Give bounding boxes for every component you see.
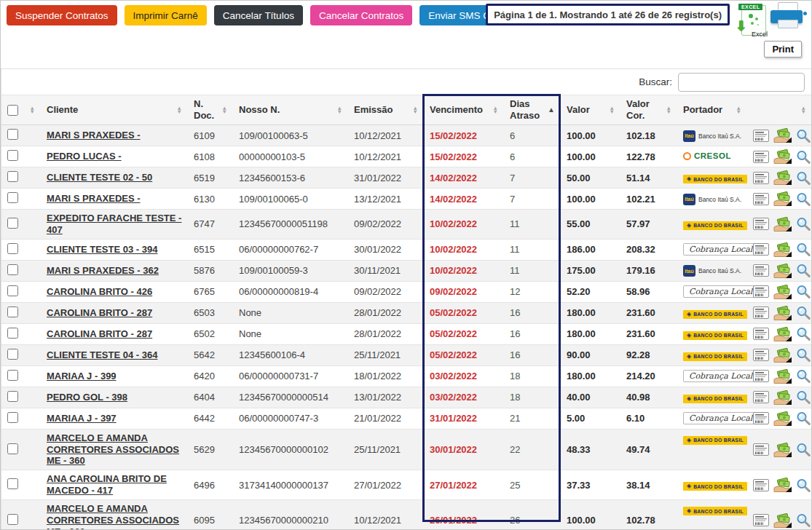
toolbar-button-suspender-contratos[interactable]: Suspender Contratos (7, 5, 117, 25)
sort-both-icon[interactable]: ▲▼ (801, 106, 806, 114)
sort-both-icon[interactable]: ▲▼ (413, 106, 418, 114)
magnifier-icon[interactable] (796, 306, 811, 320)
receive-payment-icon[interactable] (773, 327, 792, 341)
magnifier-icon[interactable] (796, 129, 811, 143)
column-header-ndoc[interactable]: N. Doc.▲▼ (188, 95, 233, 125)
boleto-icon[interactable] (753, 514, 769, 526)
select-all-checkbox[interactable] (7, 105, 18, 116)
row-checkbox[interactable] (7, 391, 18, 402)
receive-payment-icon[interactable] (773, 170, 792, 185)
cliente-link[interactable]: CAROLINA BRITO - 287 (47, 328, 152, 340)
boleto-icon[interactable] (753, 443, 769, 456)
magnifier-icon[interactable] (796, 443, 811, 456)
column-header-venc[interactable]: Vencimento▲▼ (424, 95, 504, 125)
column-header-valor[interactable]: Valor▲▼ (561, 95, 620, 125)
cliente-link[interactable]: MARI S PRAXEDES - (47, 193, 141, 205)
boleto-icon[interactable] (753, 243, 769, 256)
boleto-icon[interactable] (753, 130, 769, 142)
magnifier-icon[interactable] (796, 285, 811, 298)
cliente-link[interactable]: PEDRO GOL - 398 (47, 392, 127, 403)
sort-both-icon[interactable]: ▲▼ (222, 106, 227, 114)
boleto-icon[interactable] (753, 285, 769, 298)
magnifier-icon[interactable] (796, 348, 811, 362)
magnifier-icon[interactable] (796, 242, 811, 256)
cliente-link[interactable]: MARIAA J - 399 (47, 371, 117, 382)
sort-ascending-icon[interactable]: ▲ (548, 106, 555, 114)
receive-payment-icon[interactable] (773, 348, 792, 363)
magnifier-icon[interactable] (796, 390, 811, 404)
boleto-icon[interactable] (753, 193, 769, 205)
receive-payment-icon[interactable] (773, 443, 792, 457)
cliente-link[interactable]: MARCELO E AMANDA CORRETORES ASSOCIADOS M… (47, 503, 182, 530)
cliente-link[interactable]: MARIAA J - 397 (47, 413, 117, 424)
sort-both-icon[interactable]: ▲▼ (736, 106, 741, 114)
row-checkbox[interactable] (7, 192, 18, 203)
row-checkbox[interactable] (7, 129, 18, 140)
magnifier-icon[interactable] (796, 411, 811, 425)
boleto-icon[interactable] (753, 391, 769, 403)
boleto-icon[interactable] (753, 151, 769, 163)
boleto-icon[interactable] (753, 412, 769, 424)
magnifier-icon[interactable] (796, 513, 811, 527)
print-button[interactable]: Print (764, 41, 802, 58)
sort-both-icon[interactable]: ▲▼ (337, 106, 342, 114)
boleto-icon[interactable] (753, 264, 769, 277)
row-checkbox[interactable] (7, 171, 18, 182)
row-checkbox[interactable] (7, 306, 18, 317)
column-header-valorcor[interactable]: Valor Cor.▲▼ (620, 95, 677, 125)
column-header-dias[interactable]: Dias Atraso▲ (504, 95, 561, 125)
magnifier-icon[interactable] (796, 192, 811, 206)
column-header-cliente[interactable]: Cliente▲▼ (41, 95, 188, 125)
column-header-check[interactable]: ▲▼ (1, 95, 41, 125)
receive-payment-icon[interactable] (773, 217, 792, 232)
boleto-icon[interactable] (753, 479, 769, 491)
boleto-icon[interactable] (753, 218, 769, 230)
row-checkbox[interactable] (7, 514, 18, 525)
cliente-link[interactable]: MARI S PRAXEDES - (47, 130, 141, 141)
export-excel-icon[interactable]: EXCEL ⬇ Excel (733, 4, 768, 39)
toolbar-button-imprimir-carne[interactable]: Imprimir Carnê (125, 5, 207, 25)
column-header-emissao[interactable]: Emissão▲▼ (348, 95, 424, 125)
cliente-link[interactable]: PEDRO LUCAS - (47, 151, 122, 162)
column-header-actions[interactable]: ▲▼ (747, 95, 812, 125)
sort-both-icon[interactable]: ▲▼ (610, 106, 615, 114)
magnifier-icon[interactable] (796, 264, 811, 277)
cliente-link[interactable]: MARI S PRAXEDES - 362 (47, 265, 159, 277)
receive-payment-icon[interactable] (773, 513, 792, 528)
cliente-link[interactable]: ANA CAROLINA BRITO DE MACEDO - 417 (47, 473, 182, 497)
printer-icon[interactable] (769, 2, 807, 36)
cliente-link[interactable]: MARCELO E AMANDA CORRETORES ASSOCIADOS M… (47, 432, 182, 467)
cliente-link[interactable]: CAROLINA BRITO - 287 (47, 307, 152, 319)
row-checkbox[interactable] (7, 370, 18, 381)
cliente-link[interactable]: CAROLINA BRITO - 426 (47, 286, 152, 298)
boleto-icon[interactable] (753, 172, 769, 184)
magnifier-icon[interactable] (796, 327, 811, 341)
sort-both-icon[interactable]: ▲▼ (666, 106, 671, 114)
receive-payment-icon[interactable] (773, 128, 792, 143)
magnifier-icon[interactable] (796, 171, 811, 185)
cliente-link[interactable]: CLIENTE TESTE 03 - 394 (47, 244, 157, 256)
receive-payment-icon[interactable] (773, 306, 792, 320)
toolbar-button-cancelar-contratos[interactable]: Cancelar Contratos (310, 5, 412, 25)
boleto-icon[interactable] (753, 306, 769, 319)
receive-payment-icon[interactable] (773, 191, 792, 206)
receive-payment-icon[interactable] (773, 478, 792, 492)
cliente-link[interactable]: CLIENTE TESTE 04 - 364 (47, 349, 157, 361)
cliente-link[interactable]: CLIENTE TESTE 02 - 50 (47, 172, 152, 183)
magnifier-icon[interactable] (796, 217, 811, 231)
row-checkbox[interactable] (7, 349, 18, 360)
receive-payment-icon[interactable] (773, 285, 792, 299)
magnifier-icon[interactable] (796, 150, 811, 164)
receive-payment-icon[interactable] (773, 264, 792, 278)
row-checkbox[interactable] (7, 443, 18, 454)
receive-payment-icon[interactable] (773, 149, 792, 164)
receive-payment-icon[interactable] (773, 369, 792, 384)
row-checkbox[interactable] (7, 218, 18, 229)
magnifier-icon[interactable] (796, 478, 811, 492)
column-header-portador[interactable]: Portador▲▼ (677, 95, 747, 125)
row-checkbox[interactable] (7, 328, 18, 339)
sort-both-icon[interactable]: ▲▼ (493, 106, 498, 114)
toolbar-button-cancelar-titulos[interactable]: Cancelar Títulos (214, 5, 303, 25)
row-checkbox[interactable] (7, 478, 18, 489)
cliente-link[interactable]: EXPEDITO FARACHE TESTE - 407 (47, 213, 182, 236)
